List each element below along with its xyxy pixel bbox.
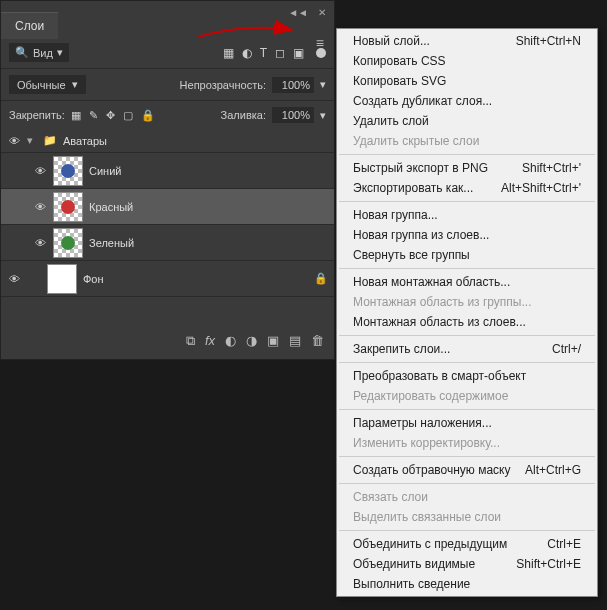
chevron-down-icon[interactable]: ▾ — [320, 109, 326, 122]
lock-pixels-icon[interactable]: ✎ — [89, 109, 98, 122]
menu-item[interactable]: Новая монтажная область... — [337, 272, 597, 292]
new-layer-icon[interactable]: ▤ — [289, 333, 301, 349]
menu-item-label: Монтажная область из группы... — [353, 295, 531, 309]
folder-icon: 📁 — [43, 134, 57, 147]
menu-item-shortcut: Ctrl+/ — [552, 342, 581, 356]
visibility-icon[interactable]: 👁 — [33, 237, 47, 249]
menu-item[interactable]: Монтажная область из слоев... — [337, 312, 597, 332]
menu-item-shortcut: Ctrl+E — [547, 537, 581, 551]
lock-all-icon[interactable]: 🔒 — [141, 109, 155, 122]
menu-item-label: Монтажная область из слоев... — [353, 315, 526, 329]
visibility-icon[interactable]: 👁 — [33, 201, 47, 213]
menu-item-label: Объединить видимые — [353, 557, 475, 571]
mask-icon[interactable]: ◐ — [225, 333, 236, 349]
group-icon[interactable]: ▣ — [267, 333, 279, 349]
lock-artboard-icon[interactable]: ▢ — [123, 109, 133, 122]
lock-position-icon[interactable]: ✥ — [106, 109, 115, 122]
chevron-down-icon: ▾ — [57, 46, 63, 59]
menu-item-label: Изменить корректировку... — [353, 436, 500, 450]
layers-panel-menu: Новый слой...Shift+Ctrl+NКопировать CSSК… — [336, 28, 598, 597]
layer-thumbnail[interactable] — [53, 192, 83, 222]
layer-thumbnail[interactable] — [53, 228, 83, 258]
close-icon[interactable]: ✕ — [314, 5, 330, 20]
lock-label: Закрепить: — [9, 109, 65, 121]
delete-icon[interactable]: 🗑 — [311, 333, 324, 349]
layers-bottom-bar: ⧉ fx ◐ ◑ ▣ ▤ 🗑 — [1, 327, 334, 355]
panel-menu-button[interactable]: ≡ — [310, 33, 330, 53]
menu-item-label: Копировать SVG — [353, 74, 446, 88]
layer-name[interactable]: Зеленый — [89, 237, 328, 249]
menu-item: Монтажная область из группы... — [337, 292, 597, 312]
menu-item[interactable]: Создать дубликат слоя... — [337, 91, 597, 111]
fx-icon[interactable]: fx — [205, 333, 215, 349]
visibility-icon[interactable]: 👁 — [7, 273, 21, 285]
menu-item-label: Удалить слой — [353, 114, 429, 128]
menu-item-shortcut: Alt+Shift+Ctrl+' — [501, 181, 581, 195]
menu-item[interactable]: Копировать CSS — [337, 51, 597, 71]
menu-item[interactable]: Выполнить сведение — [337, 574, 597, 594]
layer-name[interactable]: Аватары — [63, 135, 328, 147]
menu-item[interactable]: Свернуть все группы — [337, 245, 597, 265]
blend-mode-dropdown[interactable]: Обычные ▾ — [9, 75, 86, 94]
menu-item[interactable]: Новая группа из слоев... — [337, 225, 597, 245]
menu-item-shortcut: Shift+Ctrl+E — [516, 557, 581, 571]
menu-item[interactable]: Закрепить слои...Ctrl+/ — [337, 339, 597, 359]
filter-pixel-icon[interactable]: ▦ — [223, 46, 234, 60]
menu-item: Удалить скрытые слои — [337, 131, 597, 151]
layer-name[interactable]: Фон — [83, 273, 308, 285]
layer-thumbnail[interactable] — [53, 156, 83, 186]
filter-smart-icon[interactable]: ▣ — [293, 46, 304, 60]
fill-input[interactable]: 100% — [272, 107, 314, 123]
visibility-icon[interactable]: 👁 — [7, 135, 21, 147]
menu-item[interactable]: Новая группа... — [337, 205, 597, 225]
menu-item-shortcut: Alt+Ctrl+G — [525, 463, 581, 477]
tab-layers[interactable]: Слои — [1, 12, 58, 39]
menu-item[interactable]: Быстрый экспорт в PNGShift+Ctrl+' — [337, 158, 597, 178]
layer-thumbnail[interactable] — [47, 264, 77, 294]
menu-item[interactable]: Объединить видимыеShift+Ctrl+E — [337, 554, 597, 574]
filter-shape-icon[interactable]: ◻ — [275, 46, 285, 60]
filter-adjustment-icon[interactable]: ◐ — [242, 46, 252, 60]
menu-item[interactable]: Новый слой...Shift+Ctrl+N — [337, 31, 597, 51]
menu-item-label: Выделить связанные слои — [353, 510, 501, 524]
lock-icon[interactable]: 🔒 — [314, 272, 328, 285]
chevron-down-icon[interactable]: ▾ — [27, 134, 37, 147]
menu-item[interactable]: Объединить с предыдущимCtrl+E — [337, 534, 597, 554]
menu-item[interactable]: Преобразовать в смарт-объект — [337, 366, 597, 386]
visibility-icon[interactable]: 👁 — [33, 165, 47, 177]
menu-item[interactable]: Экспортировать как...Alt+Shift+Ctrl+' — [337, 178, 597, 198]
menu-item[interactable]: Удалить слой — [337, 111, 597, 131]
filter-type-icon[interactable]: T — [260, 46, 267, 60]
menu-item-label: Удалить скрытые слои — [353, 134, 479, 148]
lock-fill-row: Закрепить: ▦ ✎ ✥ ▢ 🔒 Заливка: 100% ▾ — [1, 101, 334, 129]
menu-separator — [339, 268, 595, 269]
layer-name[interactable]: Красный — [89, 201, 328, 213]
layer-row[interactable]: 👁 Красный — [1, 189, 334, 225]
menu-item-label: Связать слои — [353, 490, 428, 504]
layers-panel: ◄◄ ✕ Слои ≡ 🔍 Вид ▾ ▦ ◐ T ◻ ▣ Обычные ▾ … — [0, 0, 335, 360]
layer-group[interactable]: 👁 ▾ 📁 Аватары — [1, 129, 334, 153]
layer-name[interactable]: Синий — [89, 165, 328, 177]
menu-separator — [339, 362, 595, 363]
menu-item[interactable]: Параметры наложения... — [337, 413, 597, 433]
menu-item-label: Объединить с предыдущим — [353, 537, 507, 551]
opacity-input[interactable]: 100% — [272, 77, 314, 93]
chevron-down-icon[interactable]: ▾ — [320, 78, 326, 91]
menu-item-label: Создать дубликат слоя... — [353, 94, 492, 108]
menu-item[interactable]: Создать обтравочную маскуAlt+Ctrl+G — [337, 460, 597, 480]
layer-row[interactable]: 👁 Зеленый — [1, 225, 334, 261]
menu-item-label: Редактировать содержимое — [353, 389, 508, 403]
lock-transparency-icon[interactable]: ▦ — [71, 109, 81, 122]
collapse-icon[interactable]: ◄◄ — [284, 5, 312, 20]
menu-item[interactable]: Копировать SVG — [337, 71, 597, 91]
link-icon[interactable]: ⧉ — [186, 333, 195, 349]
layer-row[interactable]: 👁 Синий — [1, 153, 334, 189]
menu-item-label: Новая группа... — [353, 208, 438, 222]
adjustment-icon[interactable]: ◑ — [246, 333, 257, 349]
filter-type-dropdown[interactable]: 🔍 Вид ▾ — [9, 43, 69, 62]
panel-header: ◄◄ ✕ Слои ≡ — [1, 1, 334, 37]
layer-row[interactable]: 👁 Фон 🔒 — [1, 261, 334, 297]
menu-item: Редактировать содержимое — [337, 386, 597, 406]
menu-item: Выделить связанные слои — [337, 507, 597, 527]
menu-item-label: Быстрый экспорт в PNG — [353, 161, 488, 175]
